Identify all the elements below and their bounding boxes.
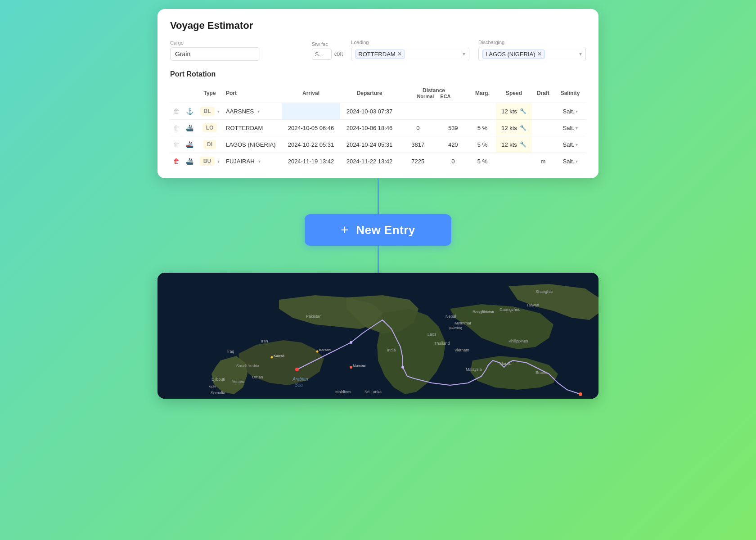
type-cell[interactable]: DI xyxy=(196,136,223,153)
departure-cell[interactable]: 2024-11-22 13:42 xyxy=(340,153,399,170)
port-chevron[interactable]: ▾ xyxy=(258,159,261,164)
draft-cell[interactable]: m xyxy=(532,153,554,170)
type-cell[interactable]: BU▾ xyxy=(196,153,223,170)
wrench-icon[interactable]: 🔧 xyxy=(520,125,526,131)
loading-input[interactable]: ROTTERDAM ✕ ▾ xyxy=(351,47,469,61)
type-cell[interactable]: LO xyxy=(196,120,223,136)
svg-text:Thailand: Thailand xyxy=(434,341,450,346)
delete-icon[interactable]: 🗑 xyxy=(173,158,180,165)
dist-normal-cell: 7225 xyxy=(399,153,437,170)
cargo-input[interactable] xyxy=(170,47,260,61)
speed-cell[interactable] xyxy=(496,153,532,170)
wrench-icon[interactable]: 🔧 xyxy=(520,141,526,148)
stw-input[interactable] xyxy=(312,49,332,60)
arrival-cell[interactable]: 2024-10-05 06:46 xyxy=(282,120,340,136)
salinity-chevron[interactable]: ▾ xyxy=(576,109,578,114)
delete-icon[interactable]: 🗑 xyxy=(173,108,180,115)
delete-cell[interactable]: 🗑 xyxy=(170,153,183,170)
discharging-input[interactable]: LAGOS (NIGERIA) ✕ ▾ xyxy=(478,47,586,61)
table-row: 🗑 🚢 LO ROTTERDAM 2024-10-05 06:46 2024-1… xyxy=(170,120,586,136)
th-distance: Distance Normal ECA xyxy=(399,84,469,103)
ship-icon: ⚓ xyxy=(186,108,194,115)
port-cell[interactable]: LAGOS (NIGERIA) xyxy=(223,136,282,153)
port-rotation-title: Port Rotation xyxy=(170,70,586,78)
discharging-dropdown-arrow[interactable]: ▾ xyxy=(579,51,582,57)
discharging-field: Discharging LAGOS (NIGERIA) ✕ ▾ xyxy=(478,40,586,61)
th-icon xyxy=(183,84,196,103)
marg-cell[interactable]: 5 % xyxy=(469,136,496,153)
draft-cell[interactable] xyxy=(532,103,554,120)
loading-tag-remove[interactable]: ✕ xyxy=(397,51,402,57)
port-rotation-table: Type Port Arrival Departure Distance xyxy=(170,84,586,169)
loading-tag-text: ROTTERDAM xyxy=(358,51,395,58)
departure-cell[interactable]: 2024-10-24 05:31 xyxy=(340,136,399,153)
th-salinity: Salinity xyxy=(554,84,586,103)
salinity-chevron[interactable]: ▾ xyxy=(576,159,578,164)
svg-text:Pakistan: Pakistan xyxy=(306,314,322,319)
port-name: LAGOS (NIGERIA) xyxy=(226,141,276,148)
salinity-cell[interactable]: Salt. ▾ xyxy=(554,153,586,170)
port-cell[interactable]: AARSNES▾ xyxy=(223,103,282,120)
speed-cell[interactable]: 12 kts🔧 xyxy=(496,136,532,153)
draft-cell[interactable] xyxy=(532,120,554,136)
salinity-cell[interactable]: Salt. ▾ xyxy=(554,120,586,136)
arrival-cell[interactable] xyxy=(282,103,340,120)
svg-text:Yemen: Yemen xyxy=(232,379,244,384)
departure-cell[interactable]: 2024-10-03 07:37 xyxy=(340,103,399,120)
type-chevron[interactable]: ▾ xyxy=(217,109,220,114)
dist-eca-cell xyxy=(437,103,469,120)
ship-icon: 🚢 xyxy=(186,158,194,165)
marg-cell[interactable]: 5 % xyxy=(469,120,496,136)
marg-cell[interactable]: 5 % xyxy=(469,153,496,170)
port-cell[interactable]: ROTTERDAM xyxy=(223,120,282,136)
delete-icon[interactable]: 🗑 xyxy=(173,141,180,148)
type-chevron[interactable]: ▾ xyxy=(217,159,220,164)
card-title: Voyage Estimator xyxy=(170,20,586,32)
marg-value: 5 % xyxy=(477,141,487,148)
arrival-value: 2024-11-19 13:42 xyxy=(288,158,334,165)
type-cell[interactable]: BL▾ xyxy=(196,103,223,120)
salinity-cell[interactable]: Salt. ▾ xyxy=(554,136,586,153)
salinity-value: Salt. xyxy=(562,108,574,115)
dist-eca-cell: 539 xyxy=(437,120,469,136)
departure-cell[interactable]: 2024-10-06 18:46 xyxy=(340,120,399,136)
delete-cell[interactable]: 🗑 xyxy=(170,103,183,120)
voyage-estimator-card: Voyage Estimator Cargo Stw fac cbft xyxy=(158,9,598,178)
speed-cell[interactable]: 12 kts🔧 xyxy=(496,103,532,120)
svg-text:Vietnam: Vietnam xyxy=(454,348,469,352)
svg-point-12 xyxy=(579,392,582,396)
salinity-value: Salt. xyxy=(562,158,574,165)
wrench-icon[interactable]: 🔧 xyxy=(520,108,526,114)
delete-cell[interactable]: 🗑 xyxy=(170,120,183,136)
ship-icon: 🚢 xyxy=(186,124,194,131)
speed-cell[interactable]: 12 kts🔧 xyxy=(496,120,532,136)
svg-text:Laos: Laos xyxy=(428,332,436,337)
port-chevron[interactable]: ▾ xyxy=(257,109,260,114)
port-name: ROTTERDAM xyxy=(226,125,263,131)
arrival-cell[interactable]: 2024-10-22 05:31 xyxy=(282,136,340,153)
svg-text:Arabian: Arabian xyxy=(292,377,308,382)
new-entry-button[interactable]: + New Entry xyxy=(305,214,451,246)
loading-label: Loading xyxy=(351,40,469,45)
draft-cell[interactable] xyxy=(532,136,554,153)
arrival-cell[interactable]: 2024-11-19 13:42 xyxy=(282,153,340,170)
stw-label: Stw fac xyxy=(312,41,344,47)
new-entry-label: New Entry xyxy=(356,223,415,237)
marg-cell[interactable] xyxy=(469,103,496,120)
salinity-chevron[interactable]: ▾ xyxy=(576,142,578,147)
table-row: 🗑 ⚓ BL▾ AARSNES▾ 2024-10-03 07:37 12 k xyxy=(170,103,586,120)
th-draft: Draft xyxy=(532,84,554,103)
port-name: AARSNES xyxy=(226,108,254,115)
salinity-chevron[interactable]: ▾ xyxy=(576,126,578,130)
arrival-value: 2024-10-22 05:31 xyxy=(288,141,334,148)
delete-cell[interactable]: 🗑 xyxy=(170,136,183,153)
dist-normal-cell: 3817 xyxy=(399,136,437,153)
delete-icon[interactable]: 🗑 xyxy=(173,124,180,131)
loading-dropdown-arrow[interactable]: ▾ xyxy=(463,51,465,57)
discharging-tag-remove[interactable]: ✕ xyxy=(537,51,542,57)
svg-text:Oman: Oman xyxy=(252,375,263,379)
type-badge: DI xyxy=(203,140,216,149)
dist-eca-cell: 0 xyxy=(437,153,469,170)
salinity-cell[interactable]: Salt. ▾ xyxy=(554,103,586,120)
port-cell[interactable]: FUJAIRAH▾ xyxy=(223,153,282,170)
